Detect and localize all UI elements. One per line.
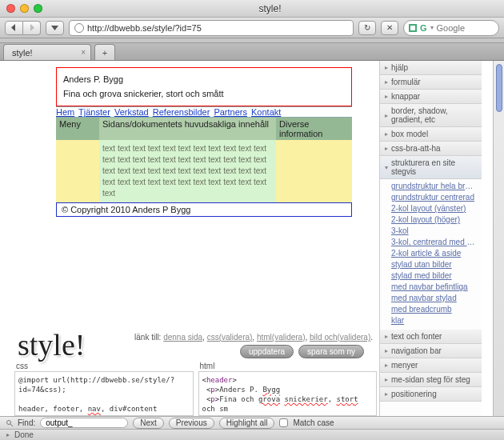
back-button[interactable]: [5, 21, 23, 35]
reload-button[interactable]: ↻: [358, 21, 376, 35]
css-pane-label: css: [14, 361, 194, 371]
osx-titlebar: style!: [0, 0, 504, 18]
nav-tjanster[interactable]: Tjänster: [78, 107, 110, 117]
update-button[interactable]: uppdatera: [240, 345, 294, 358]
acc-header[interactable]: ▸border, shadow, gradient, etc: [380, 104, 482, 127]
disclosure-icon: ▸: [385, 78, 388, 86]
acc-header[interactable]: ▸formulär: [380, 75, 482, 90]
acc-link[interactable]: 2-kol article & aside: [391, 249, 475, 258]
svg-rect-1: [410, 26, 415, 30]
acc-header[interactable]: ▸hjälp: [380, 61, 482, 75]
acc-header[interactable]: ▸menyer: [380, 358, 482, 373]
acc-link[interactable]: grundstruktur hela bredden: [391, 182, 475, 190]
scroll-thumb[interactable]: [496, 64, 502, 112]
col-meny: [56, 140, 99, 202]
disclosure-icon: ▾: [385, 164, 388, 171]
acc-label: me-sidan steg för steg: [391, 375, 470, 384]
preview-header: Anders P. Bygg Fina och grova snickerier…: [56, 67, 352, 106]
url-text: http://dbwebb.se/style/?id=75: [87, 23, 202, 33]
preview-brand: Anders P. Bygg: [63, 73, 345, 87]
new-tab-button[interactable]: +: [94, 44, 115, 60]
link-css-validera[interactable]: css(validera): [207, 333, 253, 342]
acc-header[interactable]: ▸knappar: [380, 90, 482, 104]
acc-label: text och fonter: [391, 332, 442, 341]
acc-link[interactable]: 2-kol layout (höger): [391, 215, 475, 224]
vertical-scrollbar[interactable]: [493, 61, 504, 416]
zoom-window-button[interactable]: [34, 4, 42, 13]
acc-header[interactable]: ▸box model: [380, 127, 482, 142]
tab-label: style!: [12, 48, 33, 58]
link-html-validera[interactable]: html(validera): [257, 333, 306, 342]
acc-link[interactable]: 3-kol: [391, 226, 475, 235]
linkline-prefix: länk till:: [134, 333, 163, 342]
acc-header[interactable]: ▾strukturera en site stegvis: [380, 156, 482, 179]
acc-link[interactable]: stylad utan bilder: [391, 260, 475, 269]
search-icon: [6, 420, 13, 426]
site-preview: Anders P. Bygg Fina och grova snickerier…: [56, 67, 352, 217]
col-main: text text text text text text text text …: [99, 140, 276, 202]
search-field[interactable]: G ▾ Google: [403, 20, 499, 36]
acc-header[interactable]: ▸navigation bar: [380, 344, 482, 358]
accordion-sidebar: ▸hjälp▸formulär▸knappar▸border, shadow, …: [379, 61, 482, 416]
acc-label: box model: [391, 130, 428, 138]
link-line: länk till: denna sida, css(validera), ht…: [134, 333, 373, 342]
acc-link[interactable]: klar: [391, 316, 475, 325]
minimize-window-button[interactable]: [20, 4, 29, 13]
disclosure-icon: ▸: [385, 362, 388, 369]
page-viewport: Anders P. Bygg Fina och grova snickerier…: [0, 61, 504, 416]
preview-nav: Hem Tjänster Verkstad Referensbilder Par…: [56, 106, 352, 118]
acc-header[interactable]: ▸text och fonter: [380, 330, 482, 344]
disclosure-icon: ▸: [385, 112, 388, 119]
disclosure-icon: ▸: [385, 130, 388, 138]
stop-button[interactable]: ✕: [381, 21, 398, 35]
acc-header[interactable]: ▸positionering: [380, 387, 482, 402]
acc-link[interactable]: med breadcrumb: [391, 305, 475, 314]
match-case-checkbox[interactable]: [279, 418, 288, 427]
find-next-button[interactable]: Next: [133, 418, 164, 429]
acc-label: knappar: [391, 92, 420, 101]
acc-link[interactable]: 2-kol layout (vänster): [391, 204, 475, 213]
link-denna-sida[interactable]: denna sida: [163, 333, 202, 342]
disclosure-icon: ▸: [385, 145, 388, 152]
match-case-label: Match case: [293, 418, 334, 427]
tab-bar: style! × +: [0, 43, 504, 61]
find-prev-button[interactable]: Previous: [169, 418, 214, 429]
google-icon: [409, 24, 417, 32]
link-bild-validera[interactable]: bild och(validera): [310, 333, 370, 342]
forward-button[interactable]: [23, 21, 41, 35]
highlight-all-button[interactable]: Highlight all: [219, 418, 275, 429]
acc-label: hjälp: [391, 63, 408, 72]
status-disclosure-icon[interactable]: ▸: [6, 431, 10, 438]
css-editor[interactable]: @import url(http://dbwebb.se/style/?id=7…: [14, 371, 194, 416]
acc-link[interactable]: med navbar stylad: [391, 294, 475, 302]
recent-pages-button[interactable]: [46, 21, 64, 35]
preview-col-headers: Meny Sidans/dokumentets huvudsakliga inn…: [56, 118, 352, 140]
disclosure-icon: ▸: [385, 333, 388, 340]
acc-link[interactable]: 3-kol, centrerad med px: [391, 238, 475, 246]
nav-partners[interactable]: Partners: [214, 107, 247, 117]
nav-kontakt[interactable]: Kontakt: [251, 107, 281, 117]
close-window-button[interactable]: [6, 4, 15, 13]
disclosure-icon: ▸: [385, 93, 388, 100]
nav-verkstad[interactable]: Verkstad: [114, 107, 149, 117]
acc-link[interactable]: stylad med bilder: [391, 271, 475, 280]
acc-header[interactable]: ▸css-bra-att-ha: [380, 142, 482, 156]
find-input[interactable]: [40, 418, 128, 428]
url-bar[interactable]: http://dbwebb.se/style/?id=75: [69, 20, 354, 36]
acc-label: navigation bar: [391, 346, 442, 355]
acc-link[interactable]: grundstruktur centrerad: [391, 193, 475, 202]
acc-link[interactable]: med navbar befintliga: [391, 282, 475, 291]
acc-label: positionering: [391, 390, 437, 398]
tab-style[interactable]: style! ×: [3, 44, 91, 60]
close-tab-icon[interactable]: ×: [81, 48, 86, 57]
globe-icon: [74, 23, 84, 33]
nav-referensbilder[interactable]: Referensbilder: [153, 107, 210, 117]
html-editor[interactable]: <header> <p>Anders P. Bygg <p>Fina och g…: [198, 371, 378, 416]
disclosure-icon: ▸: [385, 347, 388, 354]
acc-header[interactable]: ▸me-sidan steg för steg: [380, 373, 482, 387]
nav-hem[interactable]: Hem: [56, 107, 74, 117]
disclosure-icon: ▸: [385, 64, 388, 71]
col-info: [276, 140, 352, 202]
disclosure-icon: ▸: [385, 376, 388, 383]
save-as-new-button[interactable]: spara som ny: [298, 345, 364, 358]
